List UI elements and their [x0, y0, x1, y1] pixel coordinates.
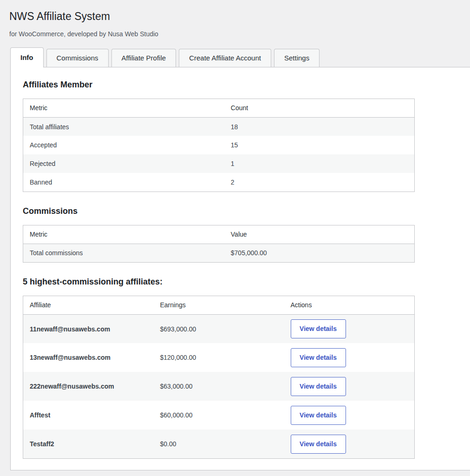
tab-commissions[interactable]: Commissions [46, 49, 109, 67]
page: NWS Affiliate System for WooCommerce, de… [0, 0, 470, 470]
top-affiliates-heading: 5 highest-commissioning affiliates: [23, 277, 470, 287]
tab-affiliate-profile[interactable]: Affiliate Profile [111, 49, 176, 67]
metric-label: Total affiliates [23, 117, 224, 136]
column-header-affiliate: Affiliate [23, 296, 154, 314]
view-details-button[interactable]: View details [291, 319, 346, 338]
top-affiliates-table: Affiliate Earnings Actions 11newaff@nusa… [23, 296, 415, 459]
affiliate-row: 13newaff@nusawebs.com $120,000.00 View d… [23, 343, 415, 372]
commissions-section: Commissions Metric Value Total commissio… [23, 206, 470, 263]
affiliate-name: 11newaff@nusawebs.com [23, 314, 154, 343]
column-header-actions: Actions [284, 296, 415, 314]
affiliate-name: Afftest [23, 401, 154, 430]
page-header: NWS Affiliate System for WooCommerce, de… [0, 10, 470, 38]
affiliate-earnings: $0.00 [154, 430, 284, 458]
column-header-value: Value [224, 225, 415, 244]
affiliate-earnings: $60,000.00 [154, 401, 284, 430]
page-subtitle: for WooCommerce, developed by Nusa Web S… [9, 30, 470, 38]
metric-value: 2 [224, 173, 415, 192]
affiliates-member-section: Affiliates Member Metric Count Total aff… [23, 79, 470, 192]
view-details-button[interactable]: View details [291, 406, 346, 425]
metric-value: 1 [224, 154, 415, 173]
column-header-earnings: Earnings [154, 296, 284, 314]
table-row: Banned 2 [23, 173, 415, 192]
affiliate-name: Testaff2 [23, 430, 154, 458]
tab-settings[interactable]: Settings [274, 49, 320, 67]
table-row: Accepted 15 [23, 136, 415, 154]
table-row: Total commissions $705,000.00 [23, 244, 415, 262]
metric-label: Total commissions [23, 244, 224, 262]
column-header-metric: Metric [23, 99, 224, 117]
metric-value: 18 [224, 117, 415, 136]
affiliate-earnings: $63,000.00 [154, 372, 284, 401]
metric-value: 15 [224, 136, 415, 154]
tab-info[interactable]: Info [10, 47, 44, 67]
view-details-button[interactable]: View details [291, 377, 346, 396]
table-row: Rejected 1 [23, 154, 415, 173]
view-details-button[interactable]: View details [291, 435, 346, 454]
table-header-row: Metric Count [23, 99, 415, 117]
table-header-row: Affiliate Earnings Actions [23, 296, 415, 314]
affiliate-earnings: $693,000.00 [154, 314, 284, 343]
table-header-row: Metric Value [23, 225, 415, 244]
info-tab-panel: Affiliates Member Metric Count Total aff… [10, 67, 470, 470]
tab-bar: Info Commissions Affiliate Profile Creat… [0, 47, 470, 67]
affiliate-row: Afftest $60,000.00 View details [23, 401, 415, 430]
page-title: NWS Affiliate System [9, 10, 470, 24]
affiliates-member-heading: Affiliates Member [23, 79, 470, 90]
affiliate-name: 13newaff@nusawebs.com [23, 343, 154, 372]
affiliates-member-table: Metric Count Total affiliates 18 Accepte… [23, 99, 415, 192]
column-header-count: Count [224, 99, 415, 117]
metric-label: Rejected [23, 154, 224, 173]
affiliate-row: 11newaff@nusawebs.com $693,000.00 View d… [23, 314, 415, 343]
affiliate-row: Testaff2 $0.00 View details [23, 430, 415, 458]
affiliate-earnings: $120,000.00 [154, 343, 284, 372]
affiliate-name: 222newaff@nusawebs.com [23, 372, 154, 401]
tab-create-affiliate-account[interactable]: Create Affiliate Account [179, 49, 271, 67]
metric-label: Accepted [23, 136, 224, 154]
affiliate-row: 222newaff@nusawebs.com $63,000.00 View d… [23, 372, 415, 401]
metric-label: Banned [23, 173, 224, 192]
view-details-button[interactable]: View details [291, 348, 346, 367]
metric-value: $705,000.00 [224, 244, 415, 262]
commissions-heading: Commissions [23, 206, 470, 216]
table-row: Total affiliates 18 [23, 117, 415, 136]
top-affiliates-section: 5 highest-commissioning affiliates: Affi… [23, 277, 470, 459]
commissions-table: Metric Value Total commissions $705,000.… [23, 225, 415, 263]
column-header-metric: Metric [23, 225, 224, 244]
